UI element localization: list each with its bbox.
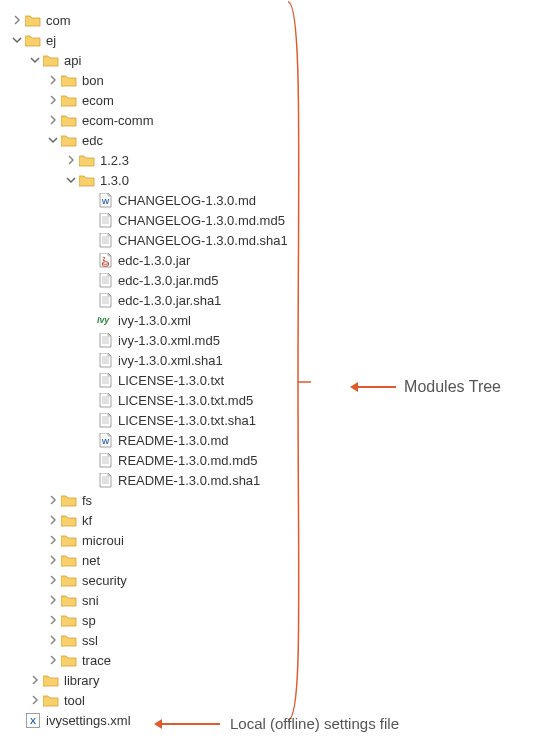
- folder-icon: [60, 132, 78, 148]
- chevron-right-icon[interactable]: [10, 13, 24, 27]
- chevron-right-icon[interactable]: [64, 153, 78, 167]
- chevron-right-icon[interactable]: [46, 633, 60, 647]
- tree-item-label: edc-1.3.0.jar.sha1: [118, 293, 221, 308]
- file-icon: [96, 272, 114, 288]
- chevron-down-icon[interactable]: [46, 133, 60, 147]
- tree-row[interactable]: LICENSE-1.3.0.txt.sha1: [10, 410, 531, 430]
- file-tree: comejapibonecomecom-commedc1.2.31.3.0CHA…: [10, 10, 531, 730]
- tree-row[interactable]: ecom: [10, 90, 531, 110]
- modules-tree-annotation: Modules Tree: [356, 378, 501, 396]
- folder-icon: [42, 692, 60, 708]
- folder-icon: [60, 592, 78, 608]
- tree-row[interactable]: sp: [10, 610, 531, 630]
- tree-row[interactable]: net: [10, 550, 531, 570]
- tree-item-label: LICENSE-1.3.0.txt.md5: [118, 393, 253, 408]
- chevron-right-icon[interactable]: [46, 573, 60, 587]
- tree-item-label: bon: [82, 73, 104, 88]
- tree-row[interactable]: CHANGELOG-1.3.0.md.md5: [10, 210, 531, 230]
- folder-icon: [60, 532, 78, 548]
- tree-row[interactable]: ivy-1.3.0.xml.sha1: [10, 350, 531, 370]
- tree-row[interactable]: ecom-comm: [10, 110, 531, 130]
- tree-row[interactable]: edc: [10, 130, 531, 150]
- tree-row[interactable]: ssl: [10, 630, 531, 650]
- word-icon: [96, 192, 114, 208]
- chevron-right-icon[interactable]: [46, 533, 60, 547]
- chevron-right-icon[interactable]: [46, 93, 60, 107]
- tree-item-label: ecom: [82, 93, 114, 108]
- chevron-right-icon[interactable]: [46, 493, 60, 507]
- chevron-down-icon[interactable]: [64, 173, 78, 187]
- folder-icon: [60, 612, 78, 628]
- tree-row[interactable]: edc-1.3.0.jar: [10, 250, 531, 270]
- tree-item-label: sni: [82, 593, 99, 608]
- chevron-right-icon[interactable]: [28, 673, 42, 687]
- file-icon: [96, 212, 114, 228]
- chevron-down-icon[interactable]: [28, 53, 42, 67]
- tree-row[interactable]: ivy-1.3.0.xml.md5: [10, 330, 531, 350]
- tree-item-label: microui: [82, 533, 124, 548]
- chevron-right-icon[interactable]: [46, 613, 60, 627]
- tree-row[interactable]: 1.3.0: [10, 170, 531, 190]
- xml-icon: [24, 712, 42, 728]
- tree-row[interactable]: README-1.3.0.md: [10, 430, 531, 450]
- tree-row[interactable]: bon: [10, 70, 531, 90]
- chevron-right-icon[interactable]: [46, 73, 60, 87]
- tree-row[interactable]: ej: [10, 30, 531, 50]
- folder-icon: [60, 92, 78, 108]
- tree-item-label: ecom-comm: [82, 113, 154, 128]
- tree-row[interactable]: fs: [10, 490, 531, 510]
- folder-icon: [24, 12, 42, 28]
- tree-row[interactable]: trace: [10, 650, 531, 670]
- tree-row[interactable]: microui: [10, 530, 531, 550]
- tree-item-label: CHANGELOG-1.3.0.md.sha1: [118, 233, 288, 248]
- folder-icon: [60, 572, 78, 588]
- chevron-right-icon[interactable]: [46, 113, 60, 127]
- tree-row[interactable]: edc-1.3.0.jar.md5: [10, 270, 531, 290]
- tree-item-label: net: [82, 553, 100, 568]
- tree-row[interactable]: edc-1.3.0.jar.sha1: [10, 290, 531, 310]
- chevron-down-icon[interactable]: [10, 33, 24, 47]
- tree-row[interactable]: ivy-1.3.0.xml: [10, 310, 531, 330]
- folder-icon: [60, 72, 78, 88]
- file-icon: [96, 372, 114, 388]
- tree-row[interactable]: tool: [10, 690, 531, 710]
- arrow-left-icon: [160, 723, 220, 725]
- file-icon: [96, 412, 114, 428]
- chevron-right-icon[interactable]: [46, 553, 60, 567]
- tree-row[interactable]: README-1.3.0.md.sha1: [10, 470, 531, 490]
- tree-item-label: CHANGELOG-1.3.0.md: [118, 193, 256, 208]
- tree-item-label: tool: [64, 693, 85, 708]
- tree-row[interactable]: api: [10, 50, 531, 70]
- chevron-right-icon[interactable]: [28, 693, 42, 707]
- tree-row[interactable]: security: [10, 570, 531, 590]
- tree-item-label: security: [82, 573, 127, 588]
- folder-icon: [24, 32, 42, 48]
- tree-row[interactable]: library: [10, 670, 531, 690]
- file-icon: [96, 472, 114, 488]
- tree-item-label: README-1.3.0.md.sha1: [118, 473, 260, 488]
- chevron-right-icon[interactable]: [46, 653, 60, 667]
- tree-row[interactable]: CHANGELOG-1.3.0.md.sha1: [10, 230, 531, 250]
- chevron-right-icon[interactable]: [46, 513, 60, 527]
- ivy-icon: [96, 312, 114, 328]
- tree-row[interactable]: sni: [10, 590, 531, 610]
- chevron-right-icon[interactable]: [46, 593, 60, 607]
- folder-icon: [60, 492, 78, 508]
- tree-item-label: 1.3.0: [100, 173, 129, 188]
- folder-icon: [42, 52, 60, 68]
- tree-row[interactable]: CHANGELOG-1.3.0.md: [10, 190, 531, 210]
- tree-item-label: api: [64, 53, 81, 68]
- tree-item-label: ssl: [82, 633, 98, 648]
- tree-row[interactable]: README-1.3.0.md.md5: [10, 450, 531, 470]
- file-icon: [96, 352, 114, 368]
- tree-item-label: CHANGELOG-1.3.0.md.md5: [118, 213, 285, 228]
- tree-row[interactable]: com: [10, 10, 531, 30]
- file-icon: [96, 452, 114, 468]
- tree-item-label: ej: [46, 33, 56, 48]
- tree-item-label: fs: [82, 493, 92, 508]
- tree-item-label: LICENSE-1.3.0.txt.sha1: [118, 413, 256, 428]
- tree-item-label: ivy-1.3.0.xml.md5: [118, 333, 220, 348]
- tree-row[interactable]: kf: [10, 510, 531, 530]
- tree-row[interactable]: 1.2.3: [10, 150, 531, 170]
- folder-icon: [60, 552, 78, 568]
